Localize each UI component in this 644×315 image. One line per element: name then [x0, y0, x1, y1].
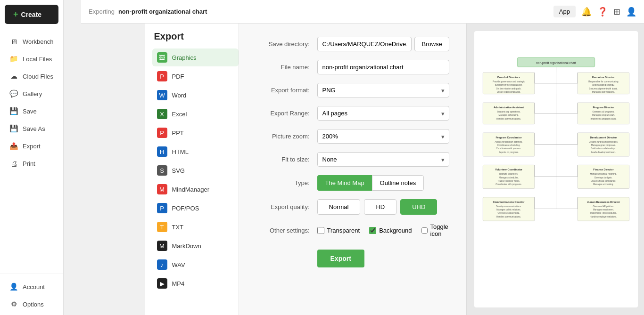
- wav-nav-label: WAV: [172, 261, 185, 268]
- sidebar-item-options[interactable]: ⚙ Options: [2, 296, 61, 313]
- sidebar-item-save[interactable]: 💾 Save: [2, 103, 61, 120]
- graphics-nav-icon: 🖼: [157, 52, 167, 63]
- svg-text:Oversees HR policies.: Oversees HR policies.: [593, 205, 614, 208]
- export-nav-item-pofpos[interactable]: P POF/POS: [152, 199, 239, 217]
- sidebar-item-workbench[interactable]: 🖥 Workbench: [2, 33, 61, 50]
- bell-icon[interactable]: 🔔: [581, 7, 592, 17]
- svg-text:Executive Director: Executive Director: [592, 76, 615, 79]
- grid-icon[interactable]: ⊞: [613, 7, 620, 17]
- sidebar-item-account[interactable]: 👤 Account: [2, 278, 61, 295]
- type-mind-map-button[interactable]: The Mind Map: [317, 175, 372, 191]
- mindmanager-nav-label: MindManager: [172, 186, 210, 193]
- other-settings-group: Transparent Background Toggle icon: [317, 223, 449, 237]
- export-nav-item-txt[interactable]: T TXT: [152, 218, 239, 236]
- background-checkbox[interactable]: [369, 227, 376, 234]
- ppt-nav-icon: P: [157, 128, 167, 138]
- svg-text:and managing strategy.: and managing strategy.: [592, 84, 614, 86]
- file-name-control: [317, 60, 449, 74]
- export-format-row: Export format: PNG JPG BMP TIFF: [256, 83, 449, 97]
- pdf-nav-icon: P: [157, 71, 167, 81]
- export-nav-item-pdf[interactable]: P PDF: [152, 67, 239, 85]
- fit-to-size-control: None A4 A3 Letter: [317, 152, 449, 167]
- app-button[interactable]: App: [553, 6, 576, 17]
- export-range-control: All pages Current page Selected: [317, 106, 449, 121]
- svg-text:oversight of the organization.: oversight of the organization.: [495, 84, 522, 86]
- export-nav-item-mindmanager[interactable]: M MindManager: [152, 180, 239, 198]
- browse-button[interactable]: Browse: [414, 37, 449, 51]
- export-nav-item-word[interactable]: W Word: [152, 86, 239, 104]
- fit-to-size-label: Fit to size:: [256, 156, 317, 163]
- preview-panel: non-profit organisational chart Board of…: [466, 24, 644, 315]
- transparent-checkbox[interactable]: [317, 227, 324, 234]
- local-files-icon: 📁: [9, 55, 18, 63]
- graphics-nav-label: Graphics: [172, 54, 197, 61]
- export-format-select[interactable]: PNG JPG BMP TIFF: [317, 83, 449, 97]
- sidebar-item-label: Gallery: [23, 90, 42, 97]
- picture-zoom-control: 100% 200% 300% 400%: [317, 129, 449, 144]
- svg-text:Manages program staff.: Manages program staff.: [592, 114, 615, 116]
- toggle-icon-checkbox-item[interactable]: Toggle icon: [421, 223, 449, 237]
- other-settings-label: Other settings:: [256, 227, 317, 234]
- picture-zoom-select[interactable]: 100% 200% 300% 400%: [317, 129, 449, 144]
- export-range-select[interactable]: All pages Current page Selected: [317, 106, 449, 121]
- background-checkbox-item[interactable]: Background: [369, 227, 412, 234]
- txt-nav-label: TXT: [172, 224, 184, 231]
- quality-uhd-button[interactable]: UHD: [400, 199, 437, 215]
- mp4-nav-label: MP4: [172, 280, 185, 287]
- preview-inner: non-profit organisational chart Board of…: [474, 31, 638, 307]
- sidebar-item-cloud-files[interactable]: ☁ Cloud Files: [2, 68, 61, 85]
- svg-nav-icon: S: [157, 165, 167, 176]
- user-icon[interactable]: 👤: [626, 7, 636, 17]
- svg-text:Responsible for communicating: Responsible for communicating: [588, 81, 619, 83]
- sidebar-item-label: Print: [23, 160, 35, 167]
- svg-text:Ensure legal compliance.: Ensure legal compliance.: [496, 91, 520, 93]
- sidebar-item-local-files[interactable]: 📁 Local Files: [2, 50, 61, 67]
- svg-text:Oversees social media.: Oversees social media.: [497, 212, 520, 214]
- quality-selector: Normal HD UHD: [317, 199, 449, 215]
- help-icon[interactable]: ❓: [597, 7, 608, 17]
- topbar-filename: non-profit organizational chart: [118, 8, 207, 15]
- fit-to-size-select[interactable]: None A4 A3 Letter: [317, 152, 449, 167]
- file-name-label: File name:: [256, 64, 317, 71]
- sidebar: + Create 🖥 Workbench 📁 Local Files ☁ Clo…: [0, 0, 64, 315]
- quality-hd-button[interactable]: HD: [364, 199, 396, 215]
- svg-text:Manages grant proposals.: Manages grant proposals.: [591, 144, 616, 146]
- export-nav-item-wav[interactable]: ♪ WAV: [152, 256, 239, 274]
- sidebar-item-gallery[interactable]: 💬 Gallery: [2, 85, 61, 102]
- svg-text:Coordinates with partners.: Coordinates with partners.: [496, 147, 521, 150]
- export-nav-item-ppt[interactable]: P PPT: [152, 124, 239, 142]
- export-button-control: Export: [317, 246, 449, 267]
- toggle-icon-checkbox[interactable]: [421, 227, 428, 234]
- sidebar-item-label: Cloud Files: [23, 73, 53, 80]
- sidebar-item-save-as[interactable]: 💾 Save As: [2, 120, 61, 137]
- svg-text:Recruits volunteers.: Recruits volunteers.: [499, 173, 518, 175]
- export-nav-item-mp4[interactable]: ▶ MP4: [152, 275, 239, 292]
- quality-normal-button[interactable]: Normal: [317, 199, 361, 215]
- sidebar-item-export[interactable]: 📤 Export: [2, 137, 61, 154]
- type-outline-notes-button[interactable]: Outline notes: [372, 175, 424, 191]
- type-row: Type: The Mind Map Outline notes: [256, 175, 449, 191]
- sidebar-item-print[interactable]: 🖨 Print: [2, 155, 61, 172]
- exporting-label: Exporting: [89, 8, 115, 15]
- create-button[interactable]: + Create: [5, 5, 58, 24]
- export-format-label: Export format:: [256, 87, 317, 94]
- txt-nav-icon: T: [157, 222, 167, 232]
- export-nav-item-markdown[interactable]: M MarkDown: [152, 237, 239, 255]
- export-form: Save directory: Browse File name: Export…: [239, 24, 466, 315]
- export-nav-item-excel[interactable]: X Excel: [152, 105, 239, 123]
- export-button[interactable]: Export: [317, 250, 364, 267]
- export-nav-item-html[interactable]: H HTML: [152, 143, 239, 161]
- svg-text:Set the mission and goals.: Set the mission and goals.: [496, 88, 521, 90]
- markdown-nav-icon: M: [157, 241, 167, 251]
- svg-text:Designs fundraising strategies: Designs fundraising strategies.: [589, 141, 618, 143]
- save-icon: 💾: [9, 107, 18, 115]
- excel-nav-label: Excel: [172, 111, 187, 118]
- export-nav-item-graphics[interactable]: 🖼 Graphics: [152, 48, 239, 66]
- file-name-input[interactable]: [317, 60, 449, 74]
- transparent-checkbox-item[interactable]: Transparent: [317, 227, 360, 234]
- svg-text:Assists for program activities: Assists for program activities.: [495, 141, 522, 143]
- main-content: Export 🖼 Graphics P PDF W Word X Excel P…: [145, 24, 644, 315]
- svg-text:Program Director: Program Director: [593, 106, 614, 109]
- save-directory-input[interactable]: [317, 37, 412, 51]
- export-nav-item-svg[interactable]: S SVG: [152, 162, 239, 179]
